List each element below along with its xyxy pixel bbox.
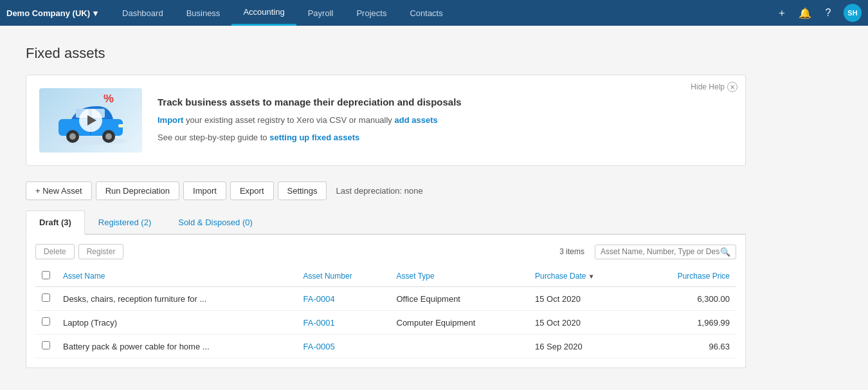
table-toolbar: Delete Register 3 items 🔍	[35, 244, 736, 259]
row-checkbox-2[interactable]	[42, 317, 50, 326]
play-button[interactable]	[79, 109, 102, 132]
nav-dashboard[interactable]: Dashboard	[111, 0, 175, 26]
play-triangle-icon	[87, 115, 96, 125]
register-button[interactable]: Register	[78, 244, 124, 259]
page-title: Fixed assets	[26, 45, 746, 62]
purchase-date-3: 16 Sep 2020	[529, 335, 638, 358]
select-all-header[interactable]	[35, 266, 57, 287]
table-header-row: Asset Name Asset Number Asset Type Purch…	[35, 266, 736, 287]
row-checkbox-3[interactable]	[42, 341, 50, 349]
asset-number-link-1[interactable]: FA-0004	[303, 294, 335, 304]
info-line1: Import your existing asset registry to X…	[158, 114, 732, 127]
nav-contacts[interactable]: Contacts	[398, 0, 454, 26]
table-body: Desks, chairs, reception furniture for .…	[35, 287, 736, 358]
toolbar: + New Asset Run Depreciation Import Expo…	[26, 181, 746, 200]
tab-sold-disposed[interactable]: Sold & Disposed (0)	[165, 210, 266, 235]
col-purchase-date-label: Purchase Date	[535, 272, 586, 281]
nav-business[interactable]: Business	[175, 0, 232, 26]
table-row: Desks, chairs, reception furniture for .…	[35, 287, 736, 311]
asset-number-1: FA-0004	[297, 287, 390, 311]
table-area: Delete Register 3 items 🔍 Asset Name Ass…	[26, 235, 746, 368]
purchase-price-2: 1,969.99	[638, 311, 736, 335]
nav-right: ＋ 🔔 ? SH	[774, 4, 862, 22]
nav-accounting[interactable]: Accounting	[231, 0, 296, 26]
select-all-checkbox[interactable]	[42, 271, 50, 279]
col-purchase-price[interactable]: Purchase Price	[638, 266, 736, 287]
bell-icon[interactable]: 🔔	[797, 5, 813, 21]
import-link[interactable]: Import	[158, 115, 183, 125]
help-icon[interactable]: ?	[820, 5, 836, 21]
svg-point-7	[105, 133, 112, 140]
company-selector[interactable]: Demo Company (UK) ▾	[6, 8, 98, 18]
purchase-price-1: 6,300.00	[638, 287, 736, 311]
purchase-date-2: 15 Oct 2020	[529, 311, 638, 335]
page-content: Fixed assets	[0, 26, 772, 387]
last-depreciation: Last depreciation: none	[336, 186, 422, 196]
setting-up-link[interactable]: setting up fixed assets	[269, 133, 359, 142]
run-depreciation-button[interactable]: Run Depreciation	[96, 181, 179, 200]
asset-number-link-2[interactable]: FA-0001	[303, 318, 335, 328]
asset-type-2: Computer Equipment	[390, 311, 529, 335]
delete-button[interactable]: Delete	[35, 244, 75, 259]
info-line1-middle: your existing asset registry to Xero via…	[183, 115, 394, 125]
asset-name-2: Laptop (Tracy)	[57, 311, 297, 335]
search-icon: 🔍	[720, 247, 730, 257]
company-name: Demo Company (UK)	[6, 8, 90, 18]
info-line2: See our step-by-step guide to setting up…	[158, 131, 732, 145]
col-asset-name[interactable]: Asset Name	[57, 266, 297, 287]
info-box-text: Track business assets to manage their de…	[158, 97, 732, 145]
user-avatar[interactable]: SH	[844, 4, 862, 22]
svg-text:%: %	[104, 95, 114, 105]
chevron-down-icon: ▾	[93, 8, 98, 18]
col-asset-type[interactable]: Asset Type	[390, 266, 529, 287]
asset-number-3: FA-0005	[297, 335, 390, 358]
asset-number-link-3[interactable]: FA-0005	[303, 342, 335, 351]
tabs: Draft (3) Registered (2) Sold & Disposed…	[26, 210, 746, 235]
nav-projects[interactable]: Projects	[345, 0, 398, 26]
asset-name-3: Battery pack & power cable for home ...	[57, 335, 297, 358]
sort-arrow-icon: ▼	[588, 273, 595, 280]
col-asset-number[interactable]: Asset Number	[297, 266, 390, 287]
assets-table: Asset Name Asset Number Asset Type Purch…	[35, 266, 736, 358]
add-assets-link[interactable]: add assets	[394, 115, 437, 125]
svg-point-0	[55, 137, 126, 145]
table-row: Laptop (Tracy) FA-0001 Computer Equipmen…	[35, 311, 736, 335]
asset-name-1: Desks, chairs, reception furniture for .…	[57, 287, 297, 311]
items-count: 3 items	[559, 247, 584, 256]
purchase-date-1: 15 Oct 2020	[529, 287, 638, 311]
hide-help-label: Hide Help	[691, 82, 725, 91]
svg-rect-9	[118, 124, 123, 127]
top-navigation: Demo Company (UK) ▾ Dashboard Business A…	[0, 0, 868, 26]
info-box: % Track business assets to manage their …	[26, 75, 746, 166]
row-checkbox-cell-2[interactable]	[35, 311, 57, 335]
search-box[interactable]: 🔍	[595, 245, 736, 259]
search-input[interactable]	[601, 247, 720, 256]
nav-links: Dashboard Business Accounting Payroll Pr…	[111, 0, 774, 26]
export-button[interactable]: Export	[230, 181, 274, 200]
close-icon[interactable]: ✕	[727, 82, 737, 92]
row-checkbox-cell-1[interactable]	[35, 287, 57, 311]
svg-point-5	[69, 133, 76, 140]
add-icon[interactable]: ＋	[774, 5, 790, 21]
new-asset-button[interactable]: + New Asset	[26, 181, 92, 200]
asset-type-3	[390, 335, 529, 358]
nav-payroll[interactable]: Payroll	[296, 0, 345, 26]
info-line2-prefix: See our step-by-step guide to	[158, 133, 269, 142]
purchase-price-3: 96.63	[638, 335, 736, 358]
info-heading: Track business assets to manage their de…	[158, 97, 732, 107]
row-checkbox-cell-3[interactable]	[35, 335, 57, 358]
illustration: %	[39, 88, 142, 153]
import-button[interactable]: Import	[183, 181, 226, 200]
col-purchase-date[interactable]: Purchase Date ▼	[529, 266, 638, 287]
tab-registered[interactable]: Registered (2)	[85, 210, 165, 235]
asset-number-2: FA-0001	[297, 311, 390, 335]
tab-draft[interactable]: Draft (3)	[26, 210, 85, 235]
asset-type-1: Office Equipment	[390, 287, 529, 311]
table-row: Battery pack & power cable for home ... …	[35, 335, 736, 358]
hide-help-button[interactable]: Hide Help ✕	[691, 82, 737, 92]
row-checkbox-1[interactable]	[42, 293, 50, 302]
settings-button[interactable]: Settings	[278, 181, 327, 200]
